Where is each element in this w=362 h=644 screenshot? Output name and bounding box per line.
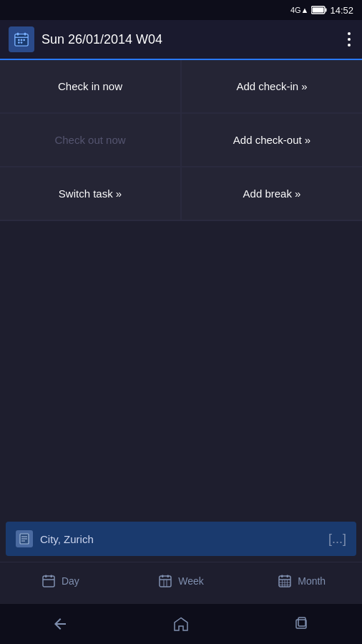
menu-dot (348, 32, 351, 35)
navigation-bar (0, 604, 362, 644)
svg-rect-16 (43, 576, 54, 587)
check-out-button[interactable]: Check out now (0, 114, 180, 166)
svg-rect-20 (160, 576, 171, 587)
svg-point-10 (18, 42, 20, 44)
check-in-button[interactable]: Check in now (0, 60, 180, 112)
location-icon (16, 530, 33, 547)
app-icon (9, 26, 34, 52)
clock: 14:52 (330, 5, 353, 16)
svg-rect-23 (167, 575, 170, 578)
svg-point-11 (21, 42, 23, 44)
add-break-button[interactable]: Add break » (182, 167, 362, 220)
switch-task-button[interactable]: Switch task » (0, 167, 180, 220)
location-text: City, Zurich (40, 533, 321, 545)
tab-month-label: Month (298, 575, 326, 587)
day-calendar-icon (41, 574, 56, 588)
svg-rect-22 (162, 575, 164, 578)
svg-point-8 (21, 39, 23, 42)
home-button[interactable] (160, 610, 202, 638)
week-calendar-icon (158, 574, 172, 588)
recents-button[interactable] (280, 610, 323, 638)
svg-rect-35 (296, 620, 306, 628)
svg-rect-19 (50, 575, 52, 578)
location-action-icon[interactable]: [...] (328, 532, 346, 547)
svg-point-7 (18, 39, 20, 42)
svg-rect-1 (326, 9, 327, 12)
tab-bar: Day Week (0, 562, 362, 604)
svg-rect-28 (281, 575, 283, 578)
page-title: Sun 26/01/2014 W04 (41, 32, 345, 47)
add-check-out-button[interactable]: Add check-out » (182, 114, 362, 166)
svg-rect-18 (45, 575, 47, 578)
bottom-section: City, Zurich [...] Day (0, 522, 362, 604)
back-button[interactable] (39, 610, 82, 638)
main-content (0, 221, 362, 522)
action-buttons: Check in now Add check-in » Check out no… (0, 60, 362, 221)
overflow-menu-button[interactable] (345, 29, 353, 49)
tab-week[interactable]: Week (121, 562, 242, 598)
svg-rect-5 (17, 33, 19, 36)
menu-dot (348, 44, 351, 47)
svg-rect-6 (24, 33, 26, 36)
location-bar[interactable]: City, Zurich [...] (6, 522, 356, 556)
battery-icon (311, 6, 327, 14)
app-header: Sun 26/01/2014 W04 (0, 20, 362, 60)
status-icons: 4G▲ 14:52 (290, 5, 353, 16)
svg-rect-36 (298, 618, 305, 626)
tab-day-label: Day (62, 575, 79, 587)
svg-point-9 (23, 39, 25, 42)
status-bar: 4G▲ 14:52 (0, 0, 362, 20)
tab-day[interactable]: Day (0, 562, 121, 598)
month-calendar-icon (278, 574, 292, 588)
menu-dot (348, 38, 351, 41)
tab-week-label: Week (178, 575, 204, 587)
tab-month[interactable]: Month (241, 562, 362, 598)
signal-icon: 4G▲ (290, 6, 309, 14)
svg-rect-2 (313, 8, 324, 13)
svg-rect-29 (287, 575, 289, 578)
add-check-in-button[interactable]: Add check-in » (182, 60, 362, 112)
